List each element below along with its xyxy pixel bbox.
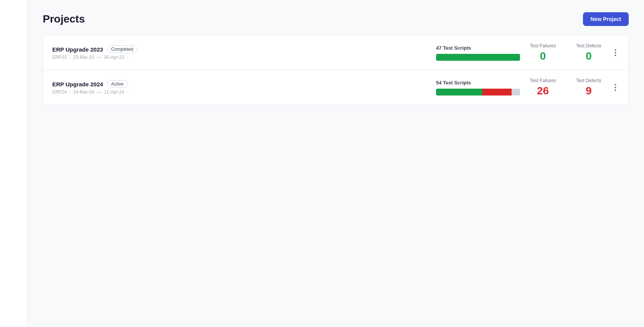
test-scripts-label: 47 Test Scripts xyxy=(436,45,520,51)
test-failures-value: 0 xyxy=(528,50,558,62)
project-info: ERP Upgrade 2024 Active ERP24 · 14-Mar-2… xyxy=(52,80,428,95)
dot xyxy=(615,89,616,91)
test-failures-stat: Test Failures 26 xyxy=(528,78,558,97)
test-defects-value: 9 xyxy=(573,85,604,97)
test-failures-value: 26 xyxy=(528,85,558,97)
more-menu-button[interactable] xyxy=(612,82,619,93)
projects-list: ERP Upgrade 2023 Completed ERP23 · 23-Ma… xyxy=(43,35,629,105)
progress-red xyxy=(482,89,512,96)
test-defects-stat: Test Defects 9 xyxy=(573,78,604,97)
dot xyxy=(615,52,616,53)
stats-section: Test Failures 0 Test Defects 0 xyxy=(528,43,604,62)
page-header: Projects New Project xyxy=(43,12,629,26)
progress-bar xyxy=(436,89,520,96)
dot xyxy=(615,84,616,86)
test-defects-stat: Test Defects 0 xyxy=(573,43,604,62)
new-project-button[interactable]: New Project xyxy=(583,12,629,26)
test-defects-value: 0 xyxy=(573,50,604,62)
project-row[interactable]: ERP Upgrade 2023 Completed ERP23 · 23-Ma… xyxy=(43,36,628,70)
test-scripts-section: 47 Test Scripts xyxy=(436,45,520,61)
project-name: ERP Upgrade 2024 xyxy=(52,81,103,87)
progress-green xyxy=(436,89,482,96)
progress-gray xyxy=(512,89,520,96)
project-meta: ERP24 · 14-Mar-24 — 11-Apr-24 · xyxy=(52,89,428,95)
project-meta: ERP23 · 23-Mar-23 — 20-Apr-23 · xyxy=(52,55,428,60)
test-failures-label: Test Failures xyxy=(528,43,558,49)
dot xyxy=(615,55,616,56)
status-badge: Active xyxy=(107,80,128,88)
more-menu-button[interactable] xyxy=(612,47,619,58)
project-name-row: ERP Upgrade 2023 Completed xyxy=(52,45,428,53)
project-name-row: ERP Upgrade 2024 Active xyxy=(52,80,428,88)
test-defects-label: Test Defects xyxy=(573,43,604,49)
test-failures-label: Test Failures xyxy=(528,78,558,83)
progress-green xyxy=(436,54,520,61)
stats-section: Test Failures 26 Test Defects 9 xyxy=(528,78,604,97)
dot xyxy=(615,87,616,88)
project-row[interactable]: ERP Upgrade 2024 Active ERP24 · 14-Mar-2… xyxy=(43,70,628,105)
page-title: Projects xyxy=(43,13,85,25)
progress-bar xyxy=(436,54,520,61)
more-options-icon xyxy=(615,49,616,57)
main-content: Projects New Project ERP Upgrade 2023 Co… xyxy=(27,0,644,327)
sidebar xyxy=(0,0,27,327)
project-name: ERP Upgrade 2023 xyxy=(52,46,103,53)
test-scripts-label: 54 Test Scripts xyxy=(436,80,520,86)
status-badge: Completed xyxy=(107,45,137,53)
project-info: ERP Upgrade 2023 Completed ERP23 · 23-Ma… xyxy=(52,45,428,60)
dot xyxy=(615,49,616,51)
test-failures-stat: Test Failures 0 xyxy=(528,43,558,62)
more-options-icon xyxy=(615,84,616,91)
test-defects-label: Test Defects xyxy=(573,78,604,83)
test-scripts-section: 54 Test Scripts xyxy=(436,80,520,96)
